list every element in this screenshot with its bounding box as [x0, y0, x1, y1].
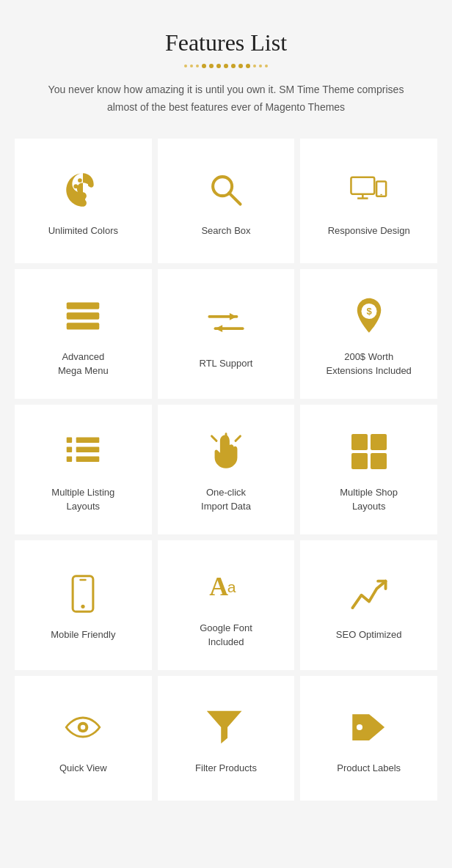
feature-label-google-font: Google Font Included [200, 621, 252, 650]
svg-marker-17 [215, 326, 222, 333]
svg-point-3 [88, 183, 92, 187]
svg-marker-15 [230, 313, 237, 320]
feature-label-search-box: Search Box [201, 224, 250, 238]
feature-label-rtl-support: RTL Support [199, 356, 252, 371]
svg-point-39 [81, 725, 86, 730]
dot [202, 64, 206, 68]
feature-card-responsive-design: Responsive Design [300, 139, 437, 263]
dot [184, 65, 187, 67]
svg-point-1 [78, 178, 82, 183]
svg-rect-32 [371, 453, 387, 469]
font-icon: A a [205, 567, 247, 608]
svg-line-28 [236, 435, 241, 441]
feature-card-200-extensions: $ 200$ Worth Extensions Included [300, 269, 437, 399]
rtl-icon [205, 302, 247, 343]
feature-card-mobile-friendly: Mobile Friendly [15, 540, 152, 670]
feature-label-product-labels: Product Labels [337, 761, 401, 776]
responsive-icon [349, 169, 390, 210]
feature-label-one-click-import: One-click Import Data [201, 485, 251, 514]
svg-rect-31 [351, 453, 368, 469]
svg-point-0 [74, 184, 79, 188]
dot [265, 65, 268, 67]
svg-text:A: A [209, 572, 228, 601]
feature-card-seo-optimized: SEO Optimized [300, 540, 437, 670]
svg-text:$: $ [366, 306, 372, 317]
dot [209, 64, 214, 68]
header: Features List You never know how amazing… [15, 29, 437, 117]
feature-label-mobile-friendly: Mobile Friendly [51, 628, 115, 642]
feature-label-seo-optimized: SEO Optimized [336, 628, 402, 642]
feature-card-unlimited-colors: Unlimited Colors [15, 139, 152, 263]
dot [259, 65, 262, 67]
dot [196, 65, 199, 67]
feature-card-one-click-import: One-click Import Data [158, 405, 295, 534]
dot [190, 65, 193, 67]
svg-text:a: a [227, 578, 236, 595]
money-icon: $ [349, 295, 390, 336]
svg-point-40 [357, 724, 362, 730]
filter-icon [205, 707, 247, 748]
svg-rect-20 [67, 437, 72, 442]
touch-icon [205, 431, 247, 472]
feature-card-multiple-shop-layouts: Multiple Shop Layouts [300, 405, 437, 534]
feature-label-unlimited-colors: Unlimited Colors [48, 224, 118, 238]
features-grid: Unlimited Colors Search Box Responsive D… [15, 139, 437, 801]
search-icon [205, 169, 247, 210]
svg-line-5 [229, 193, 240, 204]
svg-rect-11 [67, 302, 100, 309]
svg-rect-22 [67, 446, 72, 452]
dot [238, 64, 243, 68]
feature-card-product-labels: Product Labels [300, 676, 437, 801]
svg-point-34 [81, 605, 85, 608]
feature-label-advanced-mega-menu: Advanced Mega Menu [58, 350, 109, 378]
feature-label-quick-view: Quick View [59, 761, 107, 776]
feature-label-filter-products: Filter Products [195, 761, 257, 776]
svg-rect-25 [76, 456, 100, 461]
seo-icon [349, 573, 390, 614]
feature-card-quick-view: Quick View [15, 676, 152, 801]
subtitle: You never know how amazing it is until y… [35, 81, 417, 117]
page-title: Features List [15, 29, 437, 56]
tag-icon [349, 707, 390, 748]
svg-rect-24 [67, 456, 72, 461]
feature-card-rtl-support: RTL Support [158, 269, 295, 399]
svg-rect-9 [376, 181, 386, 196]
feature-card-multiple-listing-layouts: Multiple Listing Layouts [15, 405, 152, 534]
eye-icon [62, 707, 103, 748]
dot [231, 64, 236, 68]
feature-label-multiple-shop-layouts: Multiple Shop Layouts [340, 485, 398, 514]
svg-rect-29 [351, 434, 368, 450]
svg-rect-23 [76, 446, 100, 452]
svg-rect-13 [67, 323, 100, 329]
feature-card-search-box: Search Box [158, 139, 295, 263]
dot [216, 64, 221, 68]
page-wrapper: Features List You never know how amazing… [0, 0, 452, 830]
feature-card-google-font: A a Google Font Included [158, 540, 295, 670]
grid-layout-icon [349, 431, 390, 472]
dot [224, 64, 228, 68]
feature-label-responsive-design: Responsive Design [328, 224, 410, 238]
svg-line-26 [211, 435, 216, 441]
palette-icon [62, 169, 103, 210]
svg-point-2 [84, 178, 89, 183]
feature-card-advanced-mega-menu: Advanced Mega Menu [15, 269, 152, 399]
list-layout-icon [62, 431, 103, 472]
feature-label-multiple-listing-layouts: Multiple Listing Layouts [51, 485, 114, 514]
menu-icon [62, 295, 103, 336]
dot [246, 64, 250, 68]
feature-label-200-extensions: 200$ Worth Extensions Included [326, 350, 411, 378]
dot [253, 65, 256, 67]
svg-rect-30 [371, 434, 387, 450]
svg-rect-12 [67, 312, 100, 319]
svg-rect-21 [76, 437, 100, 442]
mobile-icon [62, 573, 103, 614]
feature-card-filter-products: Filter Products [158, 676, 295, 801]
dots-divider [15, 64, 437, 68]
svg-rect-6 [351, 177, 374, 194]
